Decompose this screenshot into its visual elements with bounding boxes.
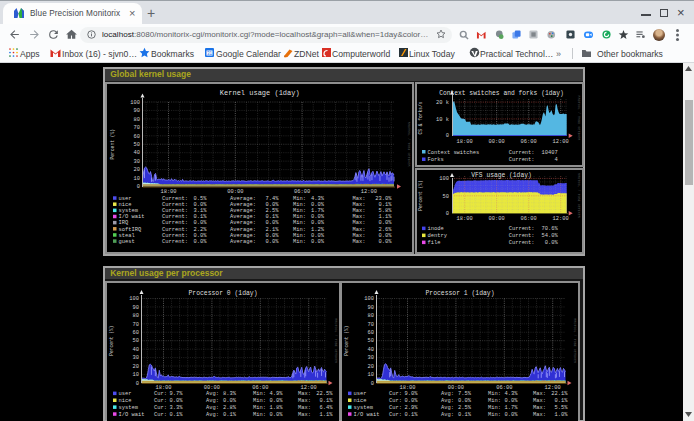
svg-text:5.5%: 5.5%: [554, 404, 568, 410]
svg-text:0.0%: 0.0%: [311, 238, 325, 244]
svg-text:0.1%: 0.1%: [378, 201, 392, 207]
svg-text:0.0%: 0.0%: [193, 220, 207, 226]
svg-text:inode: inode: [427, 226, 443, 232]
svg-text:Current:: Current:: [162, 238, 188, 244]
svg-text:23.0%: 23.0%: [375, 195, 392, 201]
svg-text:Max:: Max:: [533, 391, 546, 397]
svg-text:Max:: Max:: [352, 201, 365, 207]
svg-text:Current:: Current:: [508, 226, 534, 232]
svg-text:06:00: 06:00: [252, 384, 268, 390]
svg-text:70: 70: [132, 321, 138, 327]
svg-text:system: system: [118, 208, 137, 214]
svg-text:Current:: Current:: [162, 208, 188, 214]
svg-text:7.5%: 7.5%: [458, 391, 472, 397]
svg-text:Current:: Current:: [162, 201, 188, 207]
svg-text:Max:: Max:: [352, 195, 365, 201]
svg-text:0.0%: 0.0%: [169, 398, 183, 404]
svg-text:Min:: Min:: [293, 220, 306, 226]
svg-text:RRDTOOL / TOBI OETIKER: RRDTOOL / TOBI OETIKER: [576, 95, 580, 140]
svg-text:0.0%: 0.0%: [458, 398, 472, 404]
svg-text:0.0%: 0.0%: [544, 240, 558, 246]
svg-text:RRDTOOL / TOBI OETIKER: RRDTOOL / TOBI OETIKER: [572, 318, 576, 363]
svg-text:1.1%: 1.1%: [378, 214, 392, 220]
svg-text:70.6%: 70.6%: [541, 226, 558, 232]
svg-text:0.0%: 0.0%: [504, 411, 518, 417]
svg-text:RRDTOOL / TOBI OETIKER: RRDTOOL / TOBI OETIKER: [407, 121, 411, 166]
svg-text:Processor 1 (1day): Processor 1 (1day): [425, 290, 494, 297]
svg-text:Percent (%): Percent (%): [109, 325, 114, 355]
svg-text:0: 0: [136, 184, 139, 190]
svg-text:1.7%: 1.7%: [311, 208, 325, 214]
svg-text:30: 30: [133, 158, 139, 164]
svg-text:0.0%: 0.0%: [265, 220, 279, 226]
svg-text:0.1%: 0.1%: [169, 411, 183, 417]
svg-text:40: 40: [133, 150, 139, 156]
svg-text:Min:: Min:: [253, 411, 266, 417]
svg-text:9.7%: 9.7%: [169, 391, 183, 397]
svg-text:20 k: 20 k: [436, 99, 449, 105]
svg-text:0.0%: 0.0%: [311, 220, 325, 226]
svg-text:Percent (%): Percent (%): [109, 129, 114, 159]
svg-text:4.9%: 4.9%: [269, 391, 283, 397]
svg-text:0: 0: [135, 380, 138, 386]
svg-text:Min:: Min:: [488, 391, 501, 397]
svg-text:I/O wait: I/O wait: [118, 214, 144, 220]
svg-text:Average:: Average:: [230, 214, 256, 220]
svg-text:Max:: Max:: [352, 208, 365, 214]
svg-text:Average:: Average:: [230, 208, 256, 214]
svg-text:Kernel usage (1day): Kernel usage (1day): [219, 89, 299, 97]
svg-text:file: file: [427, 240, 440, 246]
svg-text:IRQ: IRQ: [118, 220, 128, 226]
svg-text:0.1%: 0.1%: [458, 411, 472, 417]
svg-text:Current:: Current:: [162, 226, 188, 232]
svg-text:18:00: 18:00: [456, 216, 472, 222]
svg-text:Min:: Min:: [253, 398, 266, 404]
svg-text:Current:: Current:: [508, 233, 534, 239]
svg-text:0.1%: 0.1%: [319, 398, 333, 404]
svg-text:00:00: 00:00: [203, 384, 219, 390]
svg-text:100: 100: [439, 176, 449, 182]
svg-text:Avg:: Avg:: [441, 391, 454, 397]
svg-text:Max:: Max:: [533, 404, 546, 410]
svg-text:Max:: Max:: [352, 232, 365, 238]
svg-text:Min:: Min:: [488, 411, 501, 417]
svg-text:0.0%: 0.0%: [269, 398, 283, 404]
svg-text:Max:: Max:: [533, 411, 546, 417]
svg-text:2.5%: 2.5%: [458, 404, 472, 410]
svg-text:Current:: Current:: [508, 157, 534, 163]
svg-text:Avg:: Avg:: [206, 398, 219, 404]
svg-text:Min:: Min:: [253, 404, 266, 410]
svg-text:06:00: 06:00: [294, 188, 310, 194]
svg-text:0.0%: 0.0%: [378, 232, 392, 238]
svg-text:00:00: 00:00: [227, 188, 243, 194]
svg-text:Max:: Max:: [298, 391, 311, 397]
svg-text:18:00: 18:00: [160, 188, 176, 194]
svg-text:4: 4: [554, 157, 557, 163]
svg-text:system: system: [118, 404, 137, 410]
svg-text:Cur:: Cur:: [389, 404, 402, 410]
svg-text:10: 10: [132, 372, 138, 378]
svg-text:0.0%: 0.0%: [311, 232, 325, 238]
svg-text:60: 60: [132, 329, 138, 335]
svg-text:Avg:: Avg:: [206, 404, 219, 410]
svg-text:Max:: Max:: [352, 220, 365, 226]
svg-text:06:00: 06:00: [496, 384, 512, 390]
svg-text:0.1%: 0.1%: [265, 214, 279, 220]
svg-text:50: 50: [133, 141, 139, 147]
svg-text:50: 50: [367, 338, 373, 344]
svg-text:0.1%: 0.1%: [223, 411, 237, 417]
svg-text:80: 80: [132, 313, 138, 319]
svg-text:8.3%: 8.3%: [223, 391, 237, 397]
svg-text:2.9%: 2.9%: [404, 404, 418, 410]
svg-text:Max:: Max:: [298, 411, 311, 417]
svg-text:Min:: Min:: [293, 201, 306, 207]
svg-text:10: 10: [133, 175, 139, 181]
svg-text:2.2%: 2.2%: [193, 226, 207, 232]
svg-text:00:00: 00:00: [488, 216, 504, 222]
svg-text:100: 100: [364, 296, 374, 302]
svg-text:0: 0: [370, 380, 373, 386]
svg-text:Min:: Min:: [293, 214, 306, 220]
svg-text:3.1%: 3.1%: [193, 208, 207, 214]
svg-text:06:00: 06:00: [520, 216, 536, 222]
svg-text:Min:: Min:: [293, 226, 306, 232]
